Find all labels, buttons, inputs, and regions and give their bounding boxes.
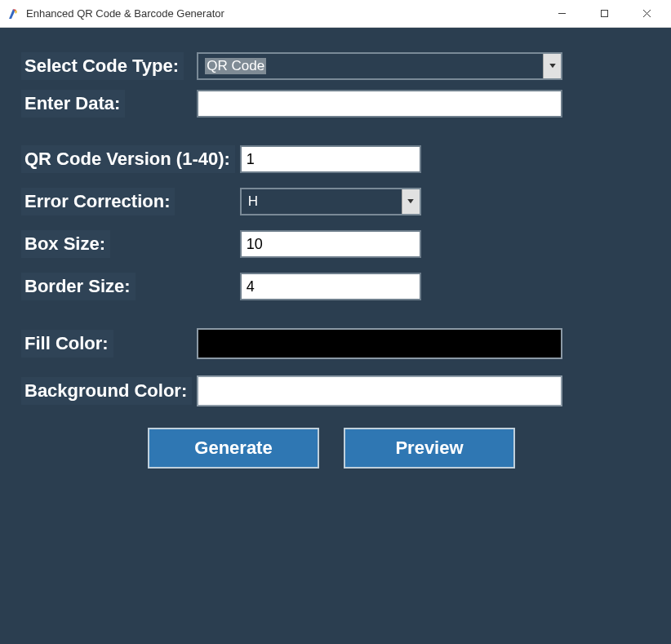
code-type-combobox[interactable]: QR Code <box>197 52 562 80</box>
row-bg-color: Background Color: <box>21 375 642 406</box>
label-enter-data: Enter Data: <box>21 90 125 118</box>
button-row: Generate Preview <box>21 428 642 469</box>
window-title: Enhanced QR Code & Barcode Generator <box>26 7 224 20</box>
minimize-button[interactable] <box>540 0 583 28</box>
svg-rect-1 <box>601 11 607 17</box>
form: Select Code Type: QR Code Enter Data: QR… <box>21 52 642 469</box>
label-border-size: Border Size: <box>21 273 136 300</box>
client-area: Select Code Type: QR Code Enter Data: QR… <box>0 28 671 644</box>
svg-marker-4 <box>549 64 556 68</box>
bg-color-swatch[interactable] <box>197 375 562 406</box>
chevron-down-icon[interactable] <box>402 189 420 214</box>
error-correction-value: H <box>242 189 402 214</box>
label-bg-color: Background Color: <box>21 377 192 405</box>
app-feather-icon <box>7 7 20 20</box>
generate-button[interactable]: Generate <box>148 428 319 469</box>
label-code-type: Select Code Type: <box>21 52 184 80</box>
row-enter-data: Enter Data: <box>21 90 642 118</box>
enter-data-input[interactable] <box>197 90 562 118</box>
border-size-input[interactable] <box>240 273 421 300</box>
chevron-down-icon[interactable] <box>543 54 561 78</box>
window-titlebar: Enhanced QR Code & Barcode Generator <box>0 0 671 28</box>
row-error-correction: Error Correction: H <box>21 188 642 215</box>
label-fill-color: Fill Color: <box>21 330 113 358</box>
svg-marker-5 <box>408 199 415 203</box>
qr-version-input[interactable] <box>240 145 421 173</box>
label-error-correction: Error Correction: <box>21 188 175 215</box>
label-qr-version: QR Code Version (1-40): <box>21 145 235 173</box>
preview-button[interactable]: Preview <box>344 428 515 469</box>
code-type-value: QR Code <box>198 54 543 78</box>
row-code-type: Select Code Type: QR Code <box>21 52 642 80</box>
maximize-button[interactable] <box>583 0 625 28</box>
error-correction-combobox[interactable]: H <box>240 188 421 215</box>
row-border-size: Border Size: <box>21 273 642 300</box>
close-button[interactable] <box>625 0 668 28</box>
row-box-size: Box Size: <box>21 230 642 258</box>
label-box-size: Box Size: <box>21 230 110 258</box>
row-fill-color: Fill Color: <box>21 328 642 359</box>
fill-color-swatch[interactable] <box>197 328 562 359</box>
row-qr-version: QR Code Version (1-40): <box>21 145 642 173</box>
box-size-input[interactable] <box>240 230 421 258</box>
